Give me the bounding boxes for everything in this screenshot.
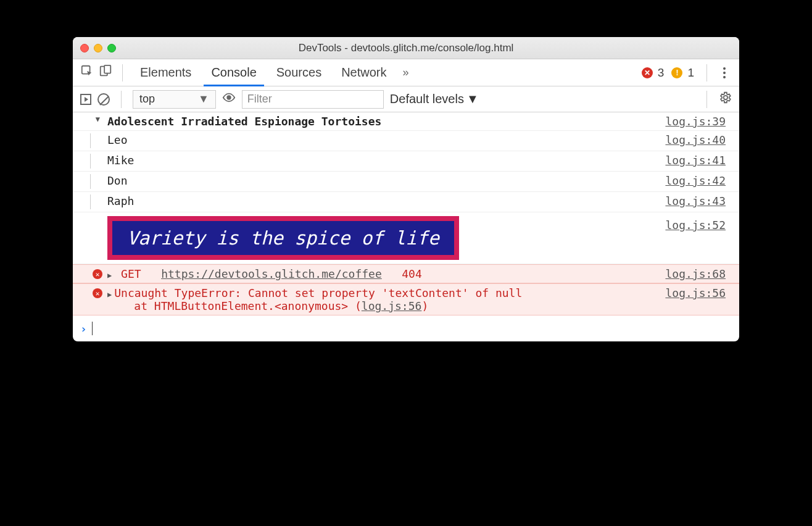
error-message: ▶ GET https://devtools.glitch.me/coffee … — [107, 267, 665, 280]
disclosure-triangle-icon[interactable]: ▶ — [107, 290, 114, 299]
error-badge-icon: ✕ — [642, 67, 653, 78]
console-error-line: ✕ ▶ GET https://devtools.glitch.me/coffe… — [73, 264, 739, 283]
console-prompt[interactable]: › — [73, 315, 739, 341]
divider — [121, 91, 122, 108]
http-status: 404 — [402, 267, 422, 280]
source-link[interactable]: log.js:56 — [665, 286, 732, 299]
clear-console-icon[interactable] — [97, 93, 110, 106]
console-log-line: Don log.js:42 — [73, 172, 739, 192]
source-link[interactable]: log.js:68 — [665, 267, 732, 280]
source-link[interactable]: log.js:41 — [665, 154, 732, 167]
toggle-device-icon[interactable] — [99, 64, 112, 81]
styled-message: Variety is the spice of life — [107, 216, 459, 260]
log-message: Don — [107, 174, 665, 187]
console-log-line: Leo log.js:40 — [73, 131, 739, 151]
close-icon[interactable] — [80, 44, 89, 52]
console-group-header[interactable]: ▼ Adolescent Irradiated Espionage Tortoi… — [73, 112, 739, 131]
filter-input[interactable] — [242, 90, 384, 109]
minimize-icon[interactable] — [94, 44, 102, 52]
disclosure-triangle-icon[interactable]: ▶ — [107, 271, 114, 280]
log-levels-select[interactable]: Default levels ▼ — [390, 92, 479, 106]
more-tabs-icon[interactable]: » — [399, 66, 413, 79]
error-icon: ✕ — [93, 288, 102, 298]
devtools-window: DevTools - devtools.glitch.me/console/lo… — [73, 37, 739, 341]
source-link[interactable]: log.js:43 — [665, 194, 732, 207]
execution-context-select[interactable]: top ▼ — [133, 90, 216, 109]
chevron-down-icon: ▼ — [466, 92, 479, 106]
window-title: DevTools - devtools.glitch.me/console/lo… — [299, 42, 514, 54]
tab-sources[interactable]: Sources — [269, 59, 329, 86]
disclosure-triangle-icon[interactable]: ▼ — [96, 115, 102, 123]
menu-icon[interactable] — [717, 67, 732, 78]
error-icon: ✕ — [93, 269, 102, 279]
traffic-lights — [80, 44, 116, 52]
console-toolbar: top ▼ Default levels ▼ — [73, 86, 739, 112]
context-value: top — [139, 93, 155, 106]
request-url[interactable]: https://devtools.glitch.me/coffee — [161, 267, 382, 280]
error-count: 3 — [658, 66, 665, 80]
error-message: ▶Uncaught TypeError: Cannot set property… — [107, 286, 665, 312]
source-link[interactable]: log.js:40 — [665, 133, 732, 146]
log-message: Mike — [107, 154, 665, 167]
show-console-sidebar-icon[interactable] — [80, 94, 91, 105]
svg-rect-2 — [104, 65, 110, 73]
inspect-element-icon[interactable] — [80, 64, 94, 81]
tab-console[interactable]: Console — [204, 59, 263, 86]
divider — [122, 64, 123, 81]
zoom-icon[interactable] — [107, 44, 116, 52]
source-link[interactable]: log.js:39 — [665, 115, 732, 128]
console-output: ▼ Adolescent Irradiated Espionage Tortoi… — [73, 112, 739, 341]
tab-elements[interactable]: Elements — [133, 59, 199, 86]
log-message: Raph — [107, 194, 665, 207]
divider — [706, 64, 707, 81]
console-styled-log: Variety is the spice of life log.js:52 — [73, 212, 739, 264]
main-tabbar: Elements Console Sources Network » ✕ 3 !… — [73, 59, 739, 86]
console-log-line: Raph log.js:43 — [73, 192, 739, 212]
console-log-line: Mike log.js:41 — [73, 151, 739, 172]
status-badges[interactable]: ✕ 3 ! 1 — [642, 66, 697, 80]
warning-count: 1 — [687, 66, 694, 80]
source-link[interactable]: log.js:52 — [665, 219, 732, 232]
live-expression-icon[interactable] — [222, 91, 236, 107]
svg-point-3 — [227, 96, 231, 99]
prompt-caret-icon: › — [80, 322, 92, 335]
warning-badge-icon: ! — [671, 67, 682, 78]
chevron-down-icon: ▼ — [198, 93, 209, 106]
source-link[interactable]: log.js:42 — [665, 174, 732, 187]
log-message: Leo — [107, 133, 665, 146]
divider — [706, 91, 707, 108]
titlebar: DevTools - devtools.glitch.me/console/lo… — [73, 37, 739, 59]
console-input[interactable] — [92, 322, 732, 335]
stack-link[interactable]: log.js:56 — [362, 299, 422, 312]
console-error-line: ✕ ▶Uncaught TypeError: Cannot set proper… — [73, 283, 739, 315]
tab-network[interactable]: Network — [334, 59, 394, 86]
group-title: Adolescent Irradiated Espionage Tortoise… — [107, 115, 665, 128]
settings-icon[interactable] — [718, 91, 732, 108]
